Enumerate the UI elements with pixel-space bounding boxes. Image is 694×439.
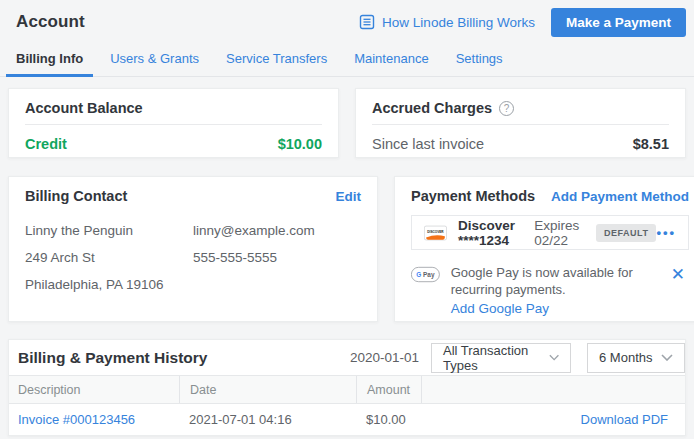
accrued-charges-row: Since last invoice $8.51 [372,125,669,152]
account-tabs: Billing Info Users & Grants Service Tran… [0,45,694,77]
account-balance-title: Account Balance [25,100,143,116]
tab-users-grants[interactable]: Users & Grants [100,45,209,77]
contact-address-column: Linny the Penguin 249 Arch St Philadelph… [25,217,193,298]
history-header: Billing & Payment History 2020-01-01 All… [9,340,685,375]
accrued-amount: $8.51 [633,136,669,152]
add-payment-method-link[interactable]: Add Payment Method [551,189,689,204]
topbar: Account How Linode Billing Works Make a … [0,0,694,37]
time-range-select[interactable]: 6 Months [587,343,685,373]
contact-name: Linny the Penguin [25,217,193,244]
chevron-down-icon [661,354,673,361]
billing-contact-title: Billing Contact [25,188,127,204]
svg-text:DISCOVER: DISCOVER [427,229,444,233]
column-description: Description [9,383,179,397]
contact-address2: Philadelphia, PA 19106 [25,271,193,298]
contact-email: linny@example.com [193,217,361,244]
invoice-link[interactable]: Invoice #000123456 [18,412,135,427]
date-cell: 2021-07-01 04:16 [179,412,356,427]
column-actions [421,376,685,403]
chevron-down-icon [549,354,559,361]
time-range-value: 6 Months [599,350,652,365]
detail-cards: Billing Contact Edit Linny the Penguin 2… [8,176,686,322]
svg-text:G Pay: G Pay [416,271,435,279]
account-balance-card: Account Balance Credit $10.00 [8,88,339,158]
payment-methods-title: Payment Methods [411,188,535,204]
discover-card-icon: DISCOVER [424,221,447,245]
billing-history-panel: Billing & Payment History 2020-01-01 All… [8,339,686,436]
accrued-label: Since last invoice [372,136,484,152]
tab-service-transfers[interactable]: Service Transfers [216,45,337,77]
question-circle-icon[interactable]: ? [499,101,514,116]
add-google-pay-link[interactable]: Add Google Pay [451,300,549,317]
date-from-field[interactable]: 2020-01-01 [350,350,419,365]
account-balance-row: Credit $10.00 [25,125,322,152]
how-billing-works-link[interactable]: How Linode Billing Works [359,14,535,30]
card-display: Discover ****1234 [458,218,525,248]
amount-cell: $10.00 [356,412,421,427]
edit-contact-link[interactable]: Edit [336,189,362,204]
tab-billing-info[interactable]: Billing Info [6,45,93,77]
transaction-type-value: All Transaction Types [443,343,549,373]
contact-comm-column: linny@example.com 555-555-5555 [193,217,361,298]
google-pay-icon: G Pay [411,264,440,285]
page-title: Account [16,12,85,32]
accrued-charges-header: Accrued Charges ? [372,100,669,125]
document-icon [359,14,375,30]
balance-label: Credit [25,136,67,152]
topbar-actions: How Linode Billing Works Make a Payment [359,8,686,37]
balance-amount: $10.00 [278,136,322,152]
close-icon[interactable]: ✕ [667,264,689,285]
how-billing-works-label: How Linode Billing Works [382,15,535,30]
contact-address1: 249 Arch St [25,244,193,271]
google-pay-message: Google Pay is now available for recurrin… [451,264,667,298]
download-pdf-link[interactable]: Download PDF [581,412,668,427]
billing-contact-card: Billing Contact Edit Linny the Penguin 2… [8,176,378,322]
default-badge: DEFAULT [596,224,656,242]
contact-phone: 555-555-5555 [193,244,361,271]
google-pay-text: Google Pay is now available for recurrin… [451,264,667,317]
action-cell: Download PDF [421,412,685,427]
history-filters: 2020-01-01 All Transaction Types 6 Month… [350,343,685,373]
accrued-charges-card: Accrued Charges ? Since last invoice $8.… [355,88,686,158]
history-title: Billing & Payment History [18,349,207,367]
contact-details: Linny the Penguin 249 Arch St Philadelph… [25,217,361,298]
make-payment-button[interactable]: Make a Payment [551,8,686,37]
payment-method-row: DISCOVER Discover ****1234 Expires 02/22… [411,215,689,250]
card-expiry: Expires 02/22 [534,218,584,248]
history-table-header: Description Date Amount [9,375,685,404]
transaction-type-select[interactable]: All Transaction Types [431,343,571,373]
payment-methods-card: Payment Methods Add Payment Method DISCO… [394,176,694,322]
column-date: Date [179,376,356,403]
account-page: Account How Linode Billing Works Make a … [0,0,694,439]
google-pay-notice: G Pay Google Pay is now available for re… [411,264,689,317]
ellipsis-icon[interactable]: ••• [656,225,676,240]
tab-settings[interactable]: Settings [446,45,513,77]
account-balance-header: Account Balance [25,100,322,125]
column-amount: Amount [356,376,421,403]
tab-maintenance[interactable]: Maintenance [344,45,438,77]
billing-contact-header: Billing Contact Edit [25,188,361,204]
invoice-cell: Invoice #000123456 [9,412,179,427]
summary-cards: Account Balance Credit $10.00 Accrued Ch… [8,88,686,158]
table-row: Invoice #000123456 2021-07-01 04:16 $10.… [9,404,685,435]
accrued-charges-title: Accrued Charges [372,100,492,116]
payment-methods-header: Payment Methods Add Payment Method [411,188,689,204]
